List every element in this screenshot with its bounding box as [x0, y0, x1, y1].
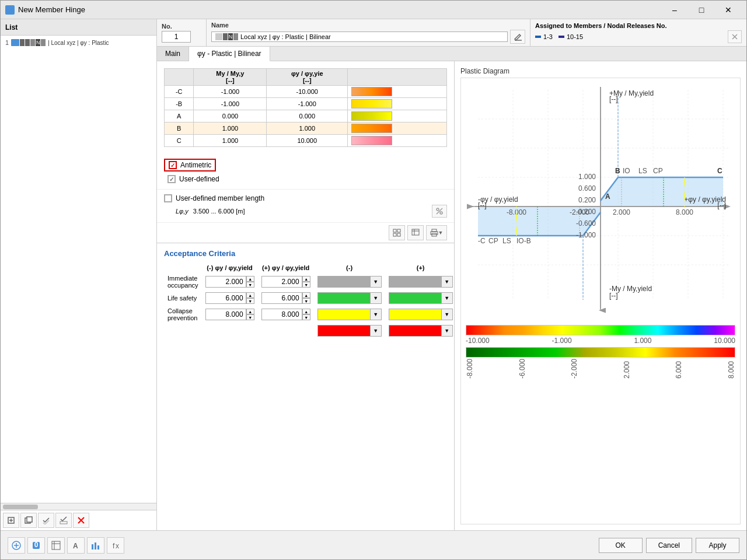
ac-neg-cp-input[interactable]: [205, 309, 246, 320]
tab-main[interactable]: Main: [157, 47, 189, 61]
table-button[interactable]: [47, 537, 65, 554]
function-button[interactable]: fx: [107, 537, 124, 554]
svg-text:LS: LS: [502, 237, 511, 245]
length-checkbox[interactable]: [164, 194, 172, 202]
acceptance-table: (-) φy / φy,yield (+) φy / φy,yield (-) …: [164, 262, 455, 338]
ac-neg-cp-up[interactable]: ▲: [246, 309, 254, 314]
ac-pos-ls-down[interactable]: ▼: [302, 298, 310, 304]
horizontal-scrollbar[interactable]: [1, 503, 156, 510]
ac-neg-dd-red[interactable]: ▼: [370, 325, 382, 337]
tab-phy-plastic[interactable]: φy - Plastic | Bilinear: [189, 47, 270, 61]
ac-pos-io: ▲ ▼: [258, 273, 314, 290]
right-panel: No. 1 Name N Local xyz | φy: [157, 19, 746, 530]
row-color-c-neg[interactable]: [348, 86, 447, 98]
ac-neg-swatch-cp[interactable]: [317, 309, 370, 320]
ac-neg-dd-ls[interactable]: ▼: [370, 292, 382, 304]
apply-button[interactable]: Apply: [696, 538, 739, 553]
ac-neg-swatch-io[interactable]: [317, 276, 370, 288]
svg-text:-0.600: -0.600: [576, 219, 596, 228]
ac-neg-io-up[interactable]: ▲: [246, 276, 254, 282]
ac-pos-io-down[interactable]: ▼: [302, 282, 310, 288]
svg-point-12: [440, 212, 442, 214]
ac-neg-ls-up[interactable]: ▲: [246, 292, 254, 298]
ac-pos-swatch-red[interactable]: [389, 325, 441, 337]
check1-button[interactable]: [38, 513, 54, 528]
svg-text:CP: CP: [653, 167, 663, 175]
antimetric-checkbox[interactable]: [169, 161, 177, 169]
ac-pos-dd-cp[interactable]: ▼: [441, 309, 453, 320]
window-controls: – □ ✕: [661, 1, 742, 19]
ac-pos-ls-input[interactable]: [261, 292, 302, 304]
ac-pos-red: [258, 323, 314, 338]
ac-pos-cp-up[interactable]: ▲: [302, 309, 310, 314]
ok-button[interactable]: OK: [599, 538, 643, 553]
svg-text:[--]: [--]: [717, 201, 726, 209]
user-defined-checkbox[interactable]: [167, 175, 176, 183]
ac-neg-cp: ▲ ▼: [202, 306, 258, 323]
no-label: No.: [162, 23, 201, 30]
edit-name-button[interactable]: [510, 30, 525, 44]
ac-neg-io-down[interactable]: ▼: [246, 282, 254, 288]
user-defined-row[interactable]: User-defined: [164, 174, 447, 184]
svg-rect-85: [92, 544, 93, 550]
main-window: New Member Hinge – □ ✕ List 1 N: [0, 0, 747, 560]
ac-neg-swatch-ls[interactable]: [317, 292, 370, 304]
ac-pos-swatch-cp[interactable]: [389, 309, 441, 320]
svg-rect-16: [393, 233, 396, 236]
home-icon-button[interactable]: [8, 537, 25, 554]
print-button[interactable]: ▼: [426, 225, 447, 240]
ac-neg-dd-io[interactable]: ▼: [370, 276, 382, 288]
svg-text:[--]: [--]: [609, 95, 618, 103]
clear-assigned-button[interactable]: [728, 30, 742, 43]
ac-pos-ls-up[interactable]: ▲: [302, 292, 310, 298]
row-id-b-neg: -B: [165, 98, 194, 110]
ac-pos-cp-down[interactable]: ▼: [302, 314, 310, 320]
ac-neg-swatch-red[interactable]: [317, 325, 370, 337]
dot-icon-1: [535, 36, 541, 38]
ac-neg-ls-input[interactable]: [205, 292, 246, 304]
ac-pos-swatch-io[interactable]: [389, 276, 441, 288]
ac-pos-io-input[interactable]: [261, 276, 302, 288]
ac-pos-dd-ls[interactable]: ▼: [441, 292, 453, 304]
svg-rect-87: [97, 545, 99, 550]
row-color-c[interactable]: [348, 135, 447, 147]
row-color-a[interactable]: [348, 110, 447, 123]
name-section: Name N Local xyz | φy : Plastic | Biline…: [207, 19, 530, 46]
content-area: My / My,y[--] φy / φy,yie[--] -C -1.000 …: [157, 61, 746, 530]
row-my-b: 1.000: [194, 123, 267, 135]
ac-col-neg-phi: (-) φy / φy,yield: [202, 262, 258, 273]
length-pick-button[interactable]: [432, 205, 447, 218]
ac-pos-cp-input[interactable]: [261, 309, 302, 320]
cancel-button[interactable]: Cancel: [646, 538, 692, 553]
row-color-b[interactable]: [348, 123, 447, 135]
ac-row-red: ▼ ▼: [164, 323, 455, 338]
maximize-button[interactable]: □: [688, 1, 715, 19]
ac-neg-cp-down[interactable]: ▼: [246, 314, 254, 320]
no-section: No. 1: [157, 19, 207, 46]
ac-neg-ls-down[interactable]: ▼: [246, 298, 254, 304]
ac-neg-io-input[interactable]: [205, 276, 246, 288]
grid-button[interactable]: [389, 225, 405, 240]
ac-neg-dd-cp[interactable]: ▼: [370, 309, 382, 320]
copy-button[interactable]: [20, 513, 37, 528]
check2-button[interactable]: [55, 513, 72, 528]
close-button[interactable]: ✕: [715, 1, 742, 19]
list-toolbar: [1, 510, 156, 530]
minimize-button[interactable]: –: [661, 1, 688, 19]
zero-button[interactable]: 0: [27, 537, 45, 554]
delete-button[interactable]: [73, 513, 89, 528]
ac-pos-dd-red[interactable]: ▼: [441, 325, 453, 337]
export-button[interactable]: [407, 225, 424, 240]
no-input[interactable]: 1: [162, 31, 191, 43]
new-button[interactable]: [3, 513, 19, 528]
ac-pos-dd-io[interactable]: ▼: [441, 276, 453, 288]
list-item[interactable]: 1 N | Local xyz | φy : Plastic: [3, 38, 154, 47]
row-color-b-neg[interactable]: [348, 98, 447, 110]
ac-pos-swatch-ls[interactable]: [389, 292, 441, 304]
ac-pos-io-up[interactable]: ▲: [302, 276, 310, 282]
chart-button[interactable]: [87, 537, 104, 554]
antimetric-row[interactable]: Antimetric: [164, 159, 216, 172]
text-button[interactable]: A: [67, 537, 85, 554]
svg-text:[--]: [--]: [478, 201, 487, 209]
svg-rect-4: [27, 517, 32, 522]
